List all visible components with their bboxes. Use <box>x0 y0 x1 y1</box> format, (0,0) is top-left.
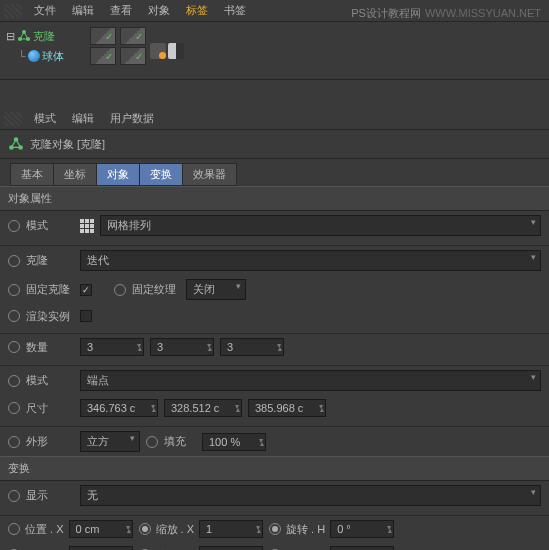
check-icon: ✓ <box>105 31 113 42</box>
tab-object[interactable]: 对象 <box>96 163 140 186</box>
label-count: 数量 <box>26 340 74 355</box>
radio-renderinst[interactable] <box>8 310 20 322</box>
input-size-z[interactable]: 385.968 c <box>248 399 326 417</box>
tree-item-sphere[interactable]: └ 球体 <box>4 46 86 66</box>
section-object-props: 对象属性 <box>0 186 549 211</box>
dropdown-shape[interactable]: 立方 <box>80 431 140 452</box>
tag-icon-2[interactable] <box>168 43 184 59</box>
label-display: 显示 <box>26 488 74 503</box>
input-pos-y[interactable]: 0 cm <box>69 546 133 550</box>
layer-chip[interactable]: ✓ <box>90 27 116 45</box>
label-fill: 填充 <box>164 434 196 449</box>
input-fill[interactable]: 100 % <box>202 433 266 451</box>
submenu-edit[interactable]: 编辑 <box>64 108 102 129</box>
label-fixtex: 固定纹理 <box>132 282 180 297</box>
tree-connector-icon: └ <box>18 50 26 62</box>
radio-fixclone[interactable] <box>8 284 20 296</box>
submenu-mode[interactable]: 模式 <box>26 108 64 129</box>
watermark-url: WWW.MISSYUAN.NET <box>425 7 541 19</box>
input-rot-h[interactable]: 0 ° <box>330 520 394 538</box>
menu-object[interactable]: 对象 <box>140 0 178 21</box>
menu-file[interactable]: 文件 <box>26 0 64 21</box>
input-size-y[interactable]: 328.512 c <box>164 399 242 417</box>
check-icon: ✓ <box>135 51 143 62</box>
input-count-z[interactable]: 3 <box>220 338 284 356</box>
tab-effector[interactable]: 效果器 <box>182 163 237 186</box>
input-size-x[interactable]: 346.763 c <box>80 399 158 417</box>
cloner-icon <box>8 136 24 152</box>
radio-shape[interactable] <box>8 436 20 448</box>
label-size: 尺寸 <box>26 401 74 416</box>
label-rot-h: 旋转 . H <box>286 522 325 537</box>
radio-mode2[interactable] <box>8 375 20 387</box>
sphere-icon <box>28 50 40 62</box>
label-clone: 克隆 <box>26 253 74 268</box>
layer-chip[interactable]: ✓ <box>120 47 146 65</box>
radio-fixtex[interactable] <box>114 284 126 296</box>
layer-chip[interactable]: ✓ <box>90 47 116 65</box>
tree-label-cloner: 克隆 <box>33 29 55 44</box>
radio-display[interactable] <box>8 490 20 502</box>
input-scale-x[interactable]: 1 <box>199 520 263 538</box>
watermark-text: PS设计教程网 <box>351 7 421 19</box>
checkbox-fixclone[interactable] <box>80 284 92 296</box>
expand-icon[interactable]: ⊟ <box>6 30 15 43</box>
dropdown-clone[interactable]: 迭代 <box>80 250 541 271</box>
radio-scale-x[interactable] <box>139 523 151 535</box>
grid-icon <box>80 219 94 233</box>
check-icon: ✓ <box>105 51 113 62</box>
radio-clone[interactable] <box>8 255 20 267</box>
label-renderinst: 渲染实例 <box>26 309 74 324</box>
input-scale-y[interactable]: 1 <box>199 546 263 550</box>
object-header: 克隆对象 [克隆] <box>0 130 549 159</box>
radio-mode[interactable] <box>8 220 20 232</box>
menu-edit[interactable]: 编辑 <box>64 0 102 21</box>
radio-pos-x[interactable] <box>8 523 20 535</box>
object-tree: ⊟ 克隆 └ 球体 ✓ ✓ ✓ ✓ <box>0 22 549 80</box>
label-shape: 外形 <box>26 434 74 449</box>
input-count-x[interactable]: 3 <box>80 338 144 356</box>
input-rot-p[interactable]: 0 ° <box>330 546 394 550</box>
label-mode2: 模式 <box>26 373 74 388</box>
tab-basic[interactable]: 基本 <box>10 163 54 186</box>
input-pos-x[interactable]: 0 cm <box>69 520 133 538</box>
input-count-y[interactable]: 3 <box>150 338 214 356</box>
layer-chip[interactable]: ✓ <box>120 27 146 45</box>
object-title: 克隆对象 [克隆] <box>30 137 105 152</box>
label-fixclone: 固定克隆 <box>26 282 74 297</box>
radio-rot-h[interactable] <box>269 523 281 535</box>
menu-tags[interactable]: 标签 <box>178 0 216 21</box>
dropdown-mode2[interactable]: 端点 <box>80 370 541 391</box>
tab-transform[interactable]: 变换 <box>139 163 183 186</box>
dropdown-display[interactable]: 无 <box>80 485 541 506</box>
tree-label-sphere: 球体 <box>42 49 64 64</box>
menu-view[interactable]: 查看 <box>102 0 140 21</box>
drag-handle-icon[interactable] <box>4 112 22 126</box>
tab-coord[interactable]: 坐标 <box>53 163 97 186</box>
dropdown-mode[interactable]: 网格排列 <box>100 215 541 236</box>
label-pos-x: 位置 . X <box>25 522 64 537</box>
dropdown-fixtex[interactable]: 关闭 <box>186 279 246 300</box>
menu-bookmarks[interactable]: 书签 <box>216 0 254 21</box>
tab-bar: 基本 坐标 对象 变换 效果器 <box>0 159 549 186</box>
label-mode: 模式 <box>26 218 74 233</box>
checkbox-renderinst[interactable] <box>80 310 92 322</box>
radio-size[interactable] <box>8 402 20 414</box>
radio-fill[interactable] <box>146 436 158 448</box>
tree-item-cloner[interactable]: ⊟ 克隆 <box>4 26 86 46</box>
attribute-menu-bar: 模式 编辑 用户数据 <box>0 108 549 130</box>
drag-handle-icon[interactable] <box>4 4 22 18</box>
label-scale-x: 缩放 . X <box>156 522 195 537</box>
submenu-userdata[interactable]: 用户数据 <box>102 108 162 129</box>
check-icon: ✓ <box>135 31 143 42</box>
section-transform: 变换 <box>0 456 549 481</box>
tag-icon-1[interactable] <box>150 43 166 59</box>
cloner-icon <box>17 29 31 43</box>
radio-count[interactable] <box>8 341 20 353</box>
